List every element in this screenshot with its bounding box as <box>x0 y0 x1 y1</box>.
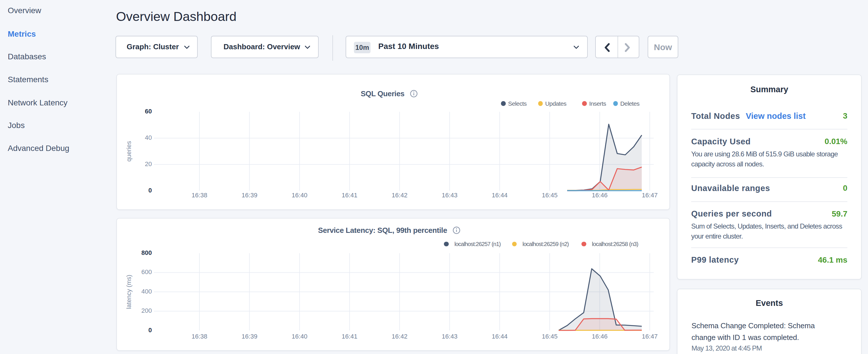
svg-text:16:46: 16:46 <box>592 192 608 199</box>
svg-text:600: 600 <box>141 268 152 276</box>
svg-text:16:40: 16:40 <box>292 192 308 199</box>
svg-text:16:46: 16:46 <box>592 333 608 340</box>
svg-text:400: 400 <box>141 288 152 295</box>
svg-text:16:41: 16:41 <box>342 192 358 199</box>
svg-text:0: 0 <box>149 326 152 334</box>
svg-text:16:42: 16:42 <box>392 192 407 199</box>
svg-text:16:39: 16:39 <box>242 333 257 340</box>
svg-text:16:45: 16:45 <box>542 192 558 199</box>
svg-text:60: 60 <box>145 108 152 115</box>
svg-text:16:38: 16:38 <box>191 333 207 340</box>
svg-text:16:44: 16:44 <box>492 333 507 340</box>
svg-text:16:38: 16:38 <box>191 192 207 199</box>
svg-text:0: 0 <box>149 187 152 194</box>
svg-text:16:41: 16:41 <box>342 333 358 340</box>
svg-text:200: 200 <box>141 307 152 314</box>
svg-text:16:45: 16:45 <box>542 333 558 340</box>
svg-text:20: 20 <box>145 160 152 167</box>
svg-text:16:42: 16:42 <box>392 333 407 340</box>
svg-text:16:43: 16:43 <box>442 192 457 199</box>
svg-text:800: 800 <box>141 249 152 256</box>
svg-text:latency (ms): latency (ms) <box>125 275 132 309</box>
svg-text:16:44: 16:44 <box>492 192 507 199</box>
svg-text:16:43: 16:43 <box>442 333 457 340</box>
svg-text:16:47: 16:47 <box>642 333 658 340</box>
svg-text:queries: queries <box>125 141 132 162</box>
svg-text:16:40: 16:40 <box>292 333 308 340</box>
svg-text:40: 40 <box>145 134 152 141</box>
svg-text:16:47: 16:47 <box>642 192 658 199</box>
svg-text:16:39: 16:39 <box>242 192 257 199</box>
